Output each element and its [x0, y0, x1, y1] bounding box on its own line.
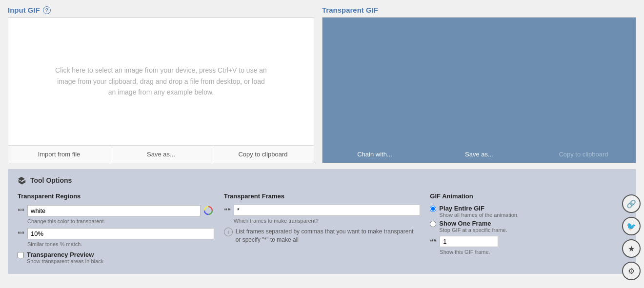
frame-number-input[interactable]: [440, 236, 498, 247]
color-hint: Change this color to transparent.: [27, 218, 214, 224]
show-one-frame-hint: Stop GIF at a specific frame.: [439, 227, 507, 233]
tool-options-header: Tool Options: [18, 176, 626, 185]
preview-checkbox-row: Transparency Preview Show transparent ar…: [18, 251, 214, 264]
transparent-frames-title: Transparent Frames: [224, 192, 421, 200]
color-picker-button[interactable]: [202, 205, 214, 216]
save-as-input-button[interactable]: Save as...: [110, 146, 212, 163]
input-panel-actions: Import from file Save as... Copy to clip…: [8, 145, 314, 163]
preview-hint: Show transparent areas in black: [27, 258, 103, 264]
color-field-row: ❝❝: [18, 205, 214, 216]
gif-animation-title: GIF Animation: [430, 192, 626, 200]
chain-with-button[interactable]: Chain with...: [322, 146, 427, 163]
preview-label: Transparency Preview: [27, 251, 103, 258]
preview-checkbox[interactable]: [18, 252, 24, 258]
play-entire-gif-label: Play Entire GIF: [439, 205, 519, 212]
output-panel-title: Transparent GIF: [322, 6, 636, 14]
input-title-text: Input GIF: [8, 6, 40, 14]
transparent-regions-section: Transparent Regions ❝❝ Change: [18, 192, 224, 266]
color-input[interactable]: [27, 205, 201, 216]
input-gif-panel: Input GIF ? Click here to select an imag…: [8, 6, 322, 163]
frames-input[interactable]: [234, 205, 421, 216]
output-panel-actions: Chain with... Save as... Copy to clipboa…: [322, 146, 636, 163]
tolerance-input[interactable]: [27, 228, 214, 239]
frames-field-row: ❝❝: [224, 205, 421, 216]
play-entire-gif-radio[interactable]: [430, 206, 436, 212]
input-panel-box: Click here to select an image from your …: [8, 17, 314, 163]
import-from-file-button[interactable]: Import from file: [8, 146, 110, 163]
frame-number-quote-icon: ❝❝: [430, 238, 438, 245]
link-icon-button[interactable]: 🔗: [622, 194, 641, 213]
color-picker-icon: [203, 206, 213, 215]
frames-hint: Which frames to make transparent?: [234, 218, 421, 224]
upload-text: Click here to select an image from your …: [54, 65, 268, 97]
transparent-frames-section: Transparent Frames ❝❝ Which frames to ma…: [224, 192, 430, 266]
copy-to-clipboard-input-button[interactable]: Copy to clipboard: [212, 146, 314, 163]
frames-info-row: i List frames separated by commas that y…: [224, 228, 421, 244]
right-sidebar: 🔗 🐦 ★ ⚙: [619, 0, 644, 288]
frames-info-text: List frames separated by commas that you…: [236, 228, 421, 244]
info-icon: i: [224, 228, 233, 236]
tolerance-quote-icon: ❝❝: [18, 230, 25, 237]
show-one-frame-radio[interactable]: [430, 221, 436, 227]
output-gif-panel: Transparent GIF Chain with... Save as...…: [322, 6, 636, 163]
frame-number-hint: Show this GIF frame.: [440, 249, 626, 255]
tolerance-hint: Similar tones % match.: [27, 241, 214, 247]
tolerance-field-row: ❝❝: [18, 228, 214, 239]
top-panels: Input GIF ? Click here to select an imag…: [0, 0, 644, 163]
play-entire-gif-hint: Show all frames of the animation.: [439, 212, 519, 218]
gif-animation-section: GIF Animation Play Entire GIF Show all f…: [430, 192, 626, 266]
show-one-frame-label: Show One Frame: [439, 220, 507, 227]
play-entire-gif-row: Play Entire GIF Show all frames of the a…: [430, 205, 626, 218]
input-help-icon[interactable]: ?: [43, 6, 51, 14]
show-one-frame-row: Show One Frame Stop GIF at a specific fr…: [430, 220, 626, 233]
star-icon-button[interactable]: ★: [622, 239, 641, 258]
output-title-text: Transparent GIF: [322, 6, 378, 14]
input-panel-title: Input GIF ?: [8, 6, 322, 14]
tool-options-title: Tool Options: [30, 176, 72, 184]
frame-number-field-row: ❝❝: [430, 236, 626, 247]
frames-quote-icon: ❝❝: [224, 207, 232, 214]
tool-options-body: Transparent Regions ❝❝ Change: [18, 192, 626, 266]
transparent-regions-title: Transparent Regions: [18, 192, 214, 200]
twitter-icon-button[interactable]: 🐦: [622, 217, 641, 235]
save-as-output-button[interactable]: Save as...: [427, 146, 531, 163]
output-panel-box: Chain with... Save as... Copy to clipboa…: [322, 17, 636, 163]
color-quote-icon: ❝❝: [18, 207, 25, 214]
gear-icon: [18, 176, 26, 185]
upload-area[interactable]: Click here to select an image from your …: [8, 18, 314, 145]
settings-icon-button[interactable]: ⚙: [622, 262, 641, 280]
output-preview-area: [322, 18, 636, 146]
main-content: Input GIF ? Click here to select an imag…: [0, 0, 644, 288]
tool-options-panel: Tool Options Transparent Regions ❝❝: [8, 169, 636, 274]
